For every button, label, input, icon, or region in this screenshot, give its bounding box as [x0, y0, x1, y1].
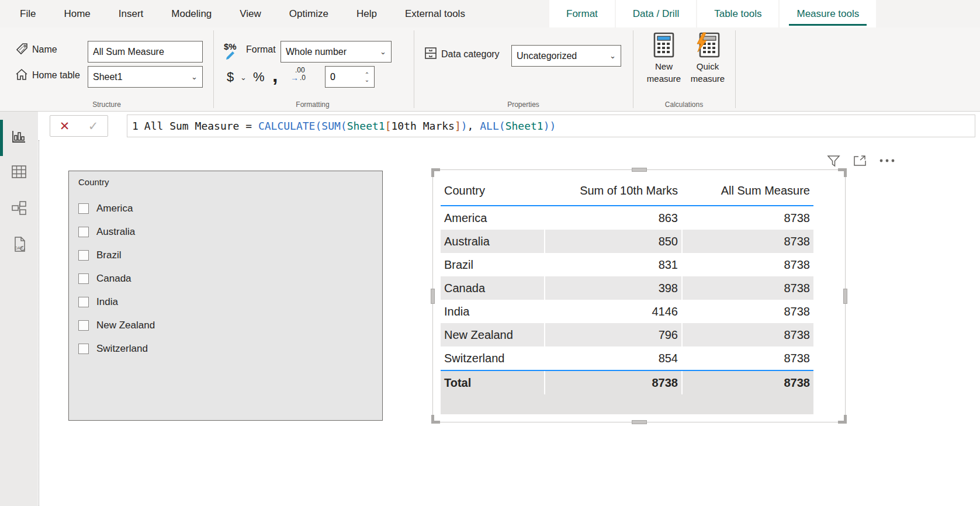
dax-formula-input[interactable]: 1 All Sum Measure = CALCULATE(SUM(Sheet1… [127, 115, 975, 137]
resize-handle-bottom-right[interactable] [838, 415, 847, 424]
cell: Switzerland [441, 346, 544, 370]
resize-handle-left[interactable] [431, 289, 435, 304]
checkbox-switzerland[interactable] [78, 344, 89, 354]
resize-handle-top-left[interactable] [431, 168, 440, 177]
menu-home[interactable]: Home [50, 0, 104, 27]
slicer-item-canada[interactable]: Canada [78, 267, 378, 290]
cell: 8738 [683, 230, 813, 253]
dax-formula-text: All Sum Measure = CALCULATE(SUM(Sheet1[1… [144, 120, 556, 132]
menu-help[interactable]: Help [342, 0, 391, 27]
currency-chevron-icon[interactable]: ⌄ [240, 73, 247, 82]
checkbox-canada[interactable] [78, 273, 89, 284]
resize-handle-top-right[interactable] [838, 168, 847, 177]
cell: 4146 [545, 300, 681, 323]
slicer-title: Country [78, 177, 109, 187]
table-row-canada[interactable]: Canada3988738 [441, 276, 813, 300]
menu-optimize[interactable]: Optimize [275, 0, 342, 27]
tab-table-tools[interactable]: Table tools [697, 0, 778, 27]
table-row-brazil[interactable]: Brazil8318738 [441, 253, 813, 276]
new-measure-button[interactable]: Newmeasure [641, 32, 687, 85]
tab-data-drill[interactable]: Data / Drill [616, 0, 696, 27]
table-row-switzerland[interactable]: Switzerland8548738 [441, 346, 813, 370]
cell: 831 [545, 253, 681, 276]
slicer-item-label: Canada [96, 273, 131, 285]
percent-format-button[interactable]: % [253, 70, 265, 85]
table-row-america[interactable]: America8638738 [441, 206, 813, 230]
slicer-item-india[interactable]: India [78, 290, 378, 314]
data-table: CountrySum of 10th MarksAll Sum Measure … [441, 176, 813, 414]
decimal-places-value[interactable] [325, 67, 361, 87]
checkbox-america[interactable] [78, 203, 89, 214]
resize-handle-right[interactable] [843, 289, 847, 304]
decimal-places-icon[interactable]: .00 → .0 [290, 66, 310, 84]
menu-view[interactable]: View [226, 0, 275, 27]
format-label: Format [246, 44, 276, 55]
slicer-item-label: India [96, 296, 118, 308]
table-row-australia[interactable]: Australia8508738 [441, 230, 813, 253]
table-row-new-zealand[interactable]: New Zealand7968738 [441, 323, 813, 346]
home-table-select[interactable]: Sheet1⌄ [88, 66, 203, 88]
menu-insert[interactable]: Insert [105, 0, 158, 27]
filter-icon[interactable] [827, 155, 840, 167]
checkbox-brazil[interactable] [78, 250, 89, 261]
data-category-select[interactable]: Uncategorized⌄ [511, 45, 621, 67]
formatting-group-label: Formatting [213, 100, 412, 109]
currency-format-button[interactable]: $ [227, 70, 234, 85]
report-view-button[interactable] [0, 122, 38, 151]
menu-modeling[interactable]: Modeling [157, 0, 226, 27]
commit-formula-button[interactable]: ✓ [88, 119, 99, 133]
cell: 796 [545, 323, 681, 346]
format-select[interactable]: Whole number⌄ [281, 41, 392, 63]
table-row-india[interactable]: India41468738 [441, 300, 813, 323]
canvas-splitter[interactable] [39, 140, 39, 506]
slicer-item-new-zealand[interactable]: New Zealand [78, 314, 378, 337]
stepper-arrows[interactable]: ⌃⌄ [361, 67, 373, 86]
table-total-row: Total87388738 [441, 371, 813, 394]
cell: America [441, 206, 544, 230]
menu-external-tools[interactable]: External tools [391, 0, 479, 27]
slicer-item-switzerland[interactable]: Switzerland [78, 337, 378, 361]
slicer-item-australia[interactable]: Australia [78, 220, 378, 244]
column-header-sum-of-10th-marks[interactable]: Sum of 10th Marks [545, 184, 681, 197]
model-view-button[interactable] [0, 193, 38, 223]
country-slicer[interactable]: Country AmericaAustraliaBrazilCanadaIndi… [68, 171, 383, 421]
checkbox-india[interactable] [78, 297, 89, 307]
focus-mode-icon[interactable] [853, 155, 867, 167]
checkbox-australia[interactable] [78, 227, 89, 237]
resize-handle-top[interactable] [632, 168, 647, 172]
resize-handle-bottom-left[interactable] [431, 415, 440, 424]
home-icon [15, 68, 29, 82]
dax-query-view-button[interactable]: DAX [0, 230, 38, 259]
slicer-item-label: New Zealand [96, 320, 155, 331]
total-cell: Total [441, 371, 544, 394]
home-table-label: Home table [32, 70, 80, 81]
chevron-down-icon: ⌄ [610, 51, 616, 60]
cell: 8738 [683, 323, 813, 346]
column-header-country[interactable]: Country [441, 184, 544, 197]
cell: Canada [441, 276, 544, 300]
slicer-item-brazil[interactable]: Brazil [78, 244, 378, 267]
dax-query-view-icon: DAX [12, 236, 27, 252]
quick-measure-button[interactable]: Quickmeasure [685, 32, 730, 85]
checkbox-new-zealand[interactable] [78, 320, 89, 331]
resize-handle-bottom[interactable] [632, 420, 647, 424]
cancel-formula-button[interactable]: ✕ [60, 119, 70, 133]
more-options-icon[interactable] [879, 159, 896, 162]
slicer-item-label: Australia [96, 226, 135, 238]
table-visual[interactable]: CountrySum of 10th MarksAll Sum Measure … [432, 169, 846, 422]
table-header-row: CountrySum of 10th MarksAll Sum Measure [441, 176, 813, 205]
data-view-icon [11, 165, 27, 179]
thousands-separator-button[interactable]: , [272, 64, 278, 86]
tab-measure-tools[interactable]: Measure tools [780, 0, 876, 27]
slicer-list: AmericaAustraliaBrazilCanadaIndiaNew Zea… [78, 197, 378, 361]
model-view-icon [11, 200, 27, 216]
tab-format[interactable]: Format [549, 0, 615, 27]
data-view-button[interactable] [0, 157, 38, 186]
measure-name-input[interactable] [88, 41, 203, 63]
column-header-all-sum-measure[interactable]: All Sum Measure [683, 184, 813, 197]
menu-bar: FileHomeInsertModelingViewOptimizeHelpEx… [0, 0, 980, 27]
menu-file[interactable]: File [6, 0, 50, 27]
cell: 8738 [683, 276, 813, 300]
slicer-item-america[interactable]: America [78, 197, 378, 220]
decimal-places-stepper[interactable]: ⌃⌄ [325, 66, 375, 88]
